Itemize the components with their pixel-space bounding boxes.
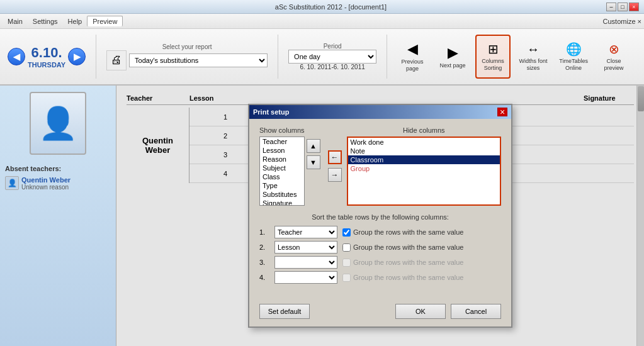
show-columns-label: Show columns bbox=[259, 126, 305, 134]
print-area: 🖨 Today's substitutions bbox=[106, 50, 268, 70]
sort-check-label-1: Group the rows with the same value bbox=[353, 228, 463, 236]
minimize-button[interactable]: – bbox=[606, 3, 616, 11]
sort-select-3[interactable] bbox=[274, 256, 337, 269]
menu-help[interactable]: Help bbox=[63, 16, 88, 26]
list-item[interactable]: Substitutes bbox=[260, 190, 304, 199]
print-button[interactable]: 🖨 bbox=[106, 50, 127, 70]
prev-page-label: Previous page bbox=[397, 59, 427, 72]
sort-check-3: Group the rows with the same value bbox=[342, 259, 463, 267]
menu-bar: Main Settings Help Preview Customize × bbox=[0, 14, 644, 29]
absent-teacher-reason: Unknown reason bbox=[21, 184, 71, 191]
title-bar-controls[interactable]: – □ × bbox=[606, 3, 639, 11]
sort-select-1[interactable]: Teacher Lesson bbox=[274, 226, 337, 238]
sidebar: 👤 Absent teachers: 👤 Quentin Weber Unkno… bbox=[0, 86, 116, 346]
dialog-body: Show columns Teacher Lesson Reason Subje… bbox=[249, 119, 511, 299]
date-day: THURSDAY bbox=[28, 61, 65, 69]
dialog-overlay: Print setup × Show columns Teacher bbox=[116, 86, 644, 346]
prev-page-button[interactable]: ◀ Previous page bbox=[395, 35, 430, 79]
title-bar-text: aSc Substitution 2012 - [document1] bbox=[55, 3, 606, 11]
prev-page-icon: ◀ bbox=[407, 41, 418, 57]
date-number: 6.10. bbox=[28, 45, 65, 61]
move-up-button[interactable]: ▲ bbox=[307, 139, 320, 153]
sort-check-label-2: Group the rows with the same value bbox=[353, 243, 463, 251]
sort-checkbox-2[interactable] bbox=[342, 243, 351, 252]
show-col-list-section: Show columns Teacher Lesson Reason Subje… bbox=[259, 126, 305, 206]
absent-teacher-avatar: 👤 bbox=[5, 176, 19, 190]
sort-select-2[interactable]: Lesson Teacher bbox=[274, 241, 337, 254]
next-page-label: Next page bbox=[440, 62, 466, 69]
report-label: Select your report bbox=[162, 43, 212, 50]
menu-settings[interactable]: Settings bbox=[28, 16, 63, 26]
current-date: 6.10. THURSDAY bbox=[28, 45, 65, 69]
list-item[interactable]: Subject bbox=[260, 164, 304, 172]
dialog-close-button[interactable]: × bbox=[497, 108, 507, 116]
sort-check-4: Group the rows with the same value bbox=[342, 274, 463, 282]
close-label: Close preview bbox=[599, 58, 629, 72]
sort-row-1: 1. Teacher Lesson Group the rows with th… bbox=[259, 226, 501, 238]
period-label: Period bbox=[324, 43, 342, 50]
menu-main[interactable]: Main bbox=[3, 16, 28, 26]
set-default-button[interactable]: Set default bbox=[259, 304, 310, 319]
show-columns-list[interactable]: Teacher Lesson Reason Subject Class Type… bbox=[259, 137, 305, 206]
columns-label: Columns Sorting bbox=[479, 58, 507, 72]
list-item[interactable]: Class bbox=[260, 172, 304, 181]
sort-title: Sort the table rows by the following col… bbox=[259, 213, 501, 221]
maximize-button[interactable]: □ bbox=[618, 3, 628, 11]
dialog-titlebar: Print setup × bbox=[249, 105, 511, 119]
absent-item: 👤 Quentin Weber Unknown reason bbox=[5, 176, 111, 191]
absent-info: Quentin Weber Unknown reason bbox=[21, 176, 71, 191]
move-right-button[interactable]: → bbox=[328, 168, 342, 182]
next-date-button[interactable]: ▶ bbox=[68, 48, 86, 65]
sort-num-4: 4. bbox=[259, 274, 269, 281]
report-section: Select your report 🖨 Today's substitutio… bbox=[104, 31, 270, 82]
sort-check-1: Group the rows with the same value bbox=[342, 228, 463, 237]
report-select[interactable]: Today's substitutions bbox=[129, 53, 268, 67]
absent-section: Absent teachers: 👤 Quentin Weber Unknown… bbox=[5, 165, 111, 191]
customize-link[interactable]: Customize × bbox=[603, 18, 641, 25]
next-page-button[interactable]: ▶ Next page bbox=[435, 35, 470, 79]
sort-select-4[interactable] bbox=[274, 271, 337, 284]
sort-checkbox-1[interactable] bbox=[342, 228, 351, 237]
sort-row-4: 4. Group the rows with the same value bbox=[259, 271, 501, 284]
sort-area: Sort the table rows by the following col… bbox=[259, 213, 501, 284]
widths-button[interactable]: ↔ Widths font sizes bbox=[516, 35, 551, 79]
title-bar: aSc Substitution 2012 - [document1] – □ … bbox=[0, 0, 644, 14]
list-item[interactable]: Lesson bbox=[260, 146, 304, 155]
move-down-button[interactable]: ▼ bbox=[307, 155, 320, 169]
dialog-footer: Set default OK Cancel bbox=[249, 299, 511, 326]
timetables-label: TimeTables Online bbox=[558, 58, 589, 72]
period-select[interactable]: One day bbox=[288, 50, 376, 64]
sort-num-1: 1. bbox=[259, 228, 269, 236]
period-section: Period One day 6. 10. 2011-6. 10. 2011 bbox=[286, 31, 379, 82]
sort-check-label-4: Group the rows with the same value bbox=[353, 274, 463, 281]
list-item[interactable]: Group bbox=[348, 164, 500, 173]
close-preview-button[interactable]: ⊗ Close preview bbox=[596, 35, 631, 79]
list-item-selected[interactable]: Classroom bbox=[348, 155, 500, 164]
close-icon: ⊗ bbox=[609, 42, 619, 57]
sort-check-2: Group the rows with the same value bbox=[342, 243, 463, 252]
timetables-online-button[interactable]: 🌐 TimeTables Online bbox=[556, 35, 591, 79]
hide-col-list-section: Hide columns Work done Note Classroom Gr… bbox=[347, 126, 501, 206]
prev-date-button[interactable]: ◀ bbox=[8, 48, 25, 65]
list-item[interactable]: Type bbox=[260, 181, 304, 190]
menu-preview[interactable]: Preview bbox=[87, 16, 123, 26]
list-item[interactable]: Reason bbox=[260, 155, 304, 164]
sort-checkbox-4 bbox=[342, 274, 351, 282]
columns-area: Show columns Teacher Lesson Reason Subje… bbox=[259, 126, 501, 206]
sort-row-3: 3. Group the rows with the same value bbox=[259, 256, 501, 269]
list-item[interactable]: Work done bbox=[348, 138, 500, 147]
hide-columns-list[interactable]: Work done Note Classroom Group bbox=[347, 137, 501, 206]
move-arrows: ▲ ▼ bbox=[307, 139, 320, 169]
move-left-button[interactable]: ← bbox=[328, 150, 342, 164]
period-dates: 6. 10. 2011-6. 10. 2011 bbox=[300, 64, 364, 70]
list-item[interactable]: Signature bbox=[260, 199, 304, 206]
cancel-button[interactable]: Cancel bbox=[451, 304, 501, 319]
list-item[interactable]: Teacher bbox=[260, 137, 304, 146]
columns-sorting-button[interactable]: ⊞ Columns Sorting bbox=[475, 35, 511, 79]
ok-button[interactable]: OK bbox=[395, 304, 446, 319]
separator-2 bbox=[278, 35, 278, 79]
list-item[interactable]: Note bbox=[348, 147, 500, 155]
close-window-button[interactable]: × bbox=[629, 3, 639, 11]
dialog-title: Print setup bbox=[253, 108, 289, 116]
sort-checkbox-3 bbox=[342, 259, 351, 267]
